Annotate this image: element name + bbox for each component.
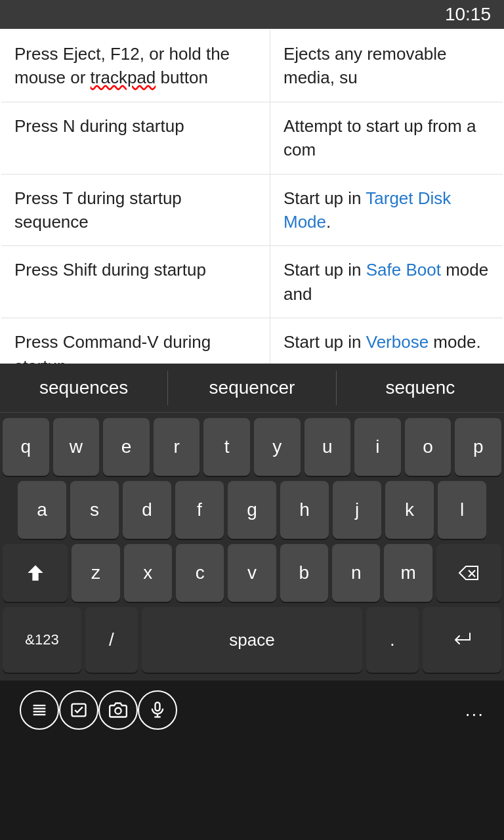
table-row: Press T during startup sequence Start up… bbox=[1, 175, 503, 247]
autocomplete-bar: sequences sequencer sequenc bbox=[0, 364, 504, 413]
key-u[interactable]: u bbox=[304, 418, 351, 476]
autocomplete-suggestion-2[interactable]: sequencer bbox=[168, 371, 336, 405]
table-row: Press N during startup Attempt to start … bbox=[1, 102, 503, 175]
cell-right-3: Start up in Target Disk Mode. bbox=[270, 175, 503, 246]
key-y[interactable]: y bbox=[254, 418, 301, 476]
svg-point-5 bbox=[115, 708, 121, 714]
bottom-toolbar: ... bbox=[0, 681, 504, 740]
slash-key[interactable]: / bbox=[85, 607, 138, 673]
key-r[interactable]: r bbox=[154, 418, 200, 476]
key-h[interactable]: h bbox=[280, 481, 329, 539]
autocomplete-suggestion-1[interactable]: sequences bbox=[0, 371, 168, 405]
key-i[interactable]: i bbox=[354, 418, 401, 476]
mic-icon-button[interactable] bbox=[138, 690, 177, 730]
cell-right-5: Start up in Verbose mode. bbox=[270, 318, 503, 364]
cell-right-1: Ejects any removable media, su bbox=[270, 30, 503, 102]
period-key[interactable]: . bbox=[366, 607, 419, 673]
key-g[interactable]: g bbox=[228, 481, 276, 539]
key-j[interactable]: j bbox=[333, 481, 381, 539]
time-display: 10:15 bbox=[445, 4, 491, 25]
key-p[interactable]: p bbox=[455, 418, 501, 476]
key-m[interactable]: m bbox=[384, 544, 432, 602]
key-z[interactable]: z bbox=[72, 544, 119, 602]
key-l[interactable]: l bbox=[438, 481, 486, 539]
key-b[interactable]: b bbox=[280, 544, 328, 602]
cell-left-4: Press Shift during startup bbox=[1, 246, 270, 318]
status-bar: 10:15 bbox=[0, 0, 504, 29]
svg-rect-6 bbox=[156, 702, 160, 711]
more-options[interactable]: ... bbox=[465, 700, 484, 721]
autocomplete-suggestion-3[interactable]: sequenc bbox=[337, 371, 504, 405]
key-n[interactable]: n bbox=[332, 544, 380, 602]
key-s[interactable]: s bbox=[70, 481, 119, 539]
cell-right-2: Attempt to start up from a com bbox=[270, 102, 503, 174]
key-e[interactable]: e bbox=[103, 418, 150, 476]
keyboard-row-2: a s d f g h j k l bbox=[3, 481, 501, 539]
cell-right-4: Start up in Safe Boot mode and bbox=[270, 246, 503, 318]
numbers-key[interactable]: &123 bbox=[3, 607, 81, 673]
key-w[interactable]: w bbox=[53, 418, 100, 476]
key-q[interactable]: q bbox=[3, 418, 49, 476]
target-disk-mode-link[interactable]: Target Disk Mode bbox=[284, 188, 451, 232]
key-f[interactable]: f bbox=[175, 481, 224, 539]
verbose-link[interactable]: Verbose bbox=[366, 332, 429, 352]
trackpad-underline: trackpad bbox=[91, 68, 156, 87]
table-row: Press Shift during startup Start up in S… bbox=[1, 246, 503, 318]
key-k[interactable]: k bbox=[385, 481, 434, 539]
key-c[interactable]: c bbox=[176, 544, 224, 602]
key-t[interactable]: t bbox=[203, 418, 250, 476]
cell-left-2: Press N during startup bbox=[1, 102, 270, 174]
content-area: Press Eject, F12, or hold the mouse or t… bbox=[0, 29, 504, 364]
camera-icon-button[interactable] bbox=[98, 690, 138, 730]
cell-left-5: Press Command-V during startup bbox=[1, 318, 270, 364]
checklist-icon-button[interactable] bbox=[59, 690, 98, 730]
key-x[interactable]: x bbox=[124, 544, 172, 602]
safe-boot-link[interactable]: Safe Boot bbox=[366, 260, 441, 280]
key-a[interactable]: a bbox=[18, 481, 66, 539]
list-icon-button[interactable] bbox=[20, 690, 59, 730]
cell-left-3: Press T during startup sequence bbox=[1, 175, 270, 246]
key-d[interactable]: d bbox=[123, 481, 171, 539]
keyboard-row-4: &123 / space . bbox=[3, 607, 501, 673]
shift-key[interactable] bbox=[3, 544, 68, 602]
space-key[interactable]: space bbox=[142, 607, 362, 673]
backspace-key[interactable] bbox=[436, 544, 501, 602]
enter-key[interactable] bbox=[423, 607, 501, 673]
keyboard: q w e r t y u i o p a s d f g h j k l z … bbox=[0, 413, 504, 681]
key-o[interactable]: o bbox=[405, 418, 452, 476]
table-row: Press Command-V during startup Start up … bbox=[1, 318, 503, 364]
table-row: Press Eject, F12, or hold the mouse or t… bbox=[1, 30, 503, 102]
keyboard-row-3: z x c v b n m bbox=[3, 544, 501, 602]
cell-left-1: Press Eject, F12, or hold the mouse or t… bbox=[1, 30, 270, 102]
key-v[interactable]: v bbox=[228, 544, 276, 602]
shortcut-table: Press Eject, F12, or hold the mouse or t… bbox=[0, 29, 504, 364]
keyboard-row-1: q w e r t y u i o p bbox=[3, 418, 501, 476]
